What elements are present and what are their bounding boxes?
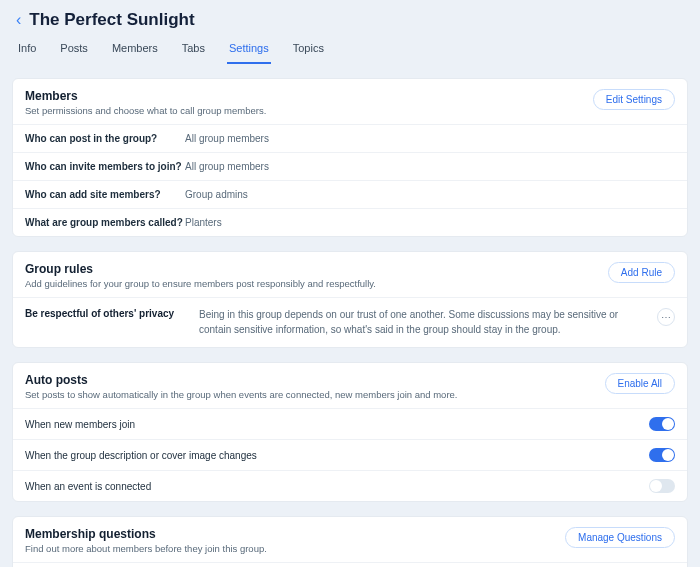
members-row-label: Who can add site members? xyxy=(25,189,185,200)
page-title: The Perfect Sunlight xyxy=(29,10,194,30)
tab-posts[interactable]: Posts xyxy=(58,42,90,64)
members-card: Members Set permissions and choose what … xyxy=(12,78,688,237)
rules-card: Group rules Add guidelines for your grou… xyxy=(12,251,688,348)
page-header: ‹ The Perfect Sunlight xyxy=(12,0,688,30)
auto-post-row: When new members join xyxy=(13,408,687,439)
toggle-knob xyxy=(650,480,662,492)
questions-card: Membership questions Find out more about… xyxy=(12,516,688,567)
more-icon[interactable]: ⋯ xyxy=(657,308,675,326)
rule-title: Be respectful of others' privacy xyxy=(25,308,185,319)
questions-desc: Find out more about members before they … xyxy=(25,543,267,554)
tab-info[interactable]: Info xyxy=(16,42,38,64)
members-row-label: Who can invite members to join? xyxy=(25,161,185,172)
edit-settings-button[interactable]: Edit Settings xyxy=(593,89,675,110)
toggle-knob xyxy=(662,449,674,461)
toggle[interactable] xyxy=(649,479,675,493)
auto-desc: Set posts to show automatically in the g… xyxy=(25,389,458,400)
auto-post-label: When new members join xyxy=(25,419,135,430)
members-row: Who can invite members to join?All group… xyxy=(13,152,687,180)
tab-members[interactable]: Members xyxy=(110,42,160,64)
questions-title: Membership questions xyxy=(25,527,267,541)
rule-row: Be respectful of others' privacyBeing in… xyxy=(13,297,687,347)
auto-post-row: When an event is connected xyxy=(13,470,687,501)
question-row: Does your home / office have a lot of na… xyxy=(13,562,687,567)
toggle[interactable] xyxy=(649,448,675,462)
tab-settings[interactable]: Settings xyxy=(227,42,271,64)
auto-post-row: When the group description or cover imag… xyxy=(13,439,687,470)
back-icon[interactable]: ‹ xyxy=(16,12,21,28)
tabs-bar: InfoPostsMembersTabsSettingsTopics xyxy=(12,30,688,64)
tab-topics[interactable]: Topics xyxy=(291,42,326,64)
rules-desc: Add guidelines for your group to ensure … xyxy=(25,278,376,289)
members-desc: Set permissions and choose what to call … xyxy=(25,105,266,116)
members-row-label: What are group members called? xyxy=(25,217,185,228)
enable-all-button[interactable]: Enable All xyxy=(605,373,675,394)
auto-posts-card: Auto posts Set posts to show automatical… xyxy=(12,362,688,502)
toggle[interactable] xyxy=(649,417,675,431)
members-row: Who can add site members?Group admins xyxy=(13,180,687,208)
members-row-value: All group members xyxy=(185,161,269,172)
members-title: Members xyxy=(25,89,266,103)
auto-title: Auto posts xyxy=(25,373,458,387)
tab-tabs[interactable]: Tabs xyxy=(180,42,207,64)
auto-post-label: When an event is connected xyxy=(25,481,151,492)
auto-post-label: When the group description or cover imag… xyxy=(25,450,257,461)
manage-questions-button[interactable]: Manage Questions xyxy=(565,527,675,548)
rule-body: Being in this group depends on our trust… xyxy=(199,308,643,337)
rules-title: Group rules xyxy=(25,262,376,276)
members-row-value: All group members xyxy=(185,133,269,144)
toggle-knob xyxy=(662,418,674,430)
members-row: What are group members called?Planters xyxy=(13,208,687,236)
add-rule-button[interactable]: Add Rule xyxy=(608,262,675,283)
members-row-value: Group admins xyxy=(185,189,248,200)
members-row-label: Who can post in the group? xyxy=(25,133,185,144)
members-row-value: Planters xyxy=(185,217,222,228)
members-row: Who can post in the group?All group memb… xyxy=(13,124,687,152)
